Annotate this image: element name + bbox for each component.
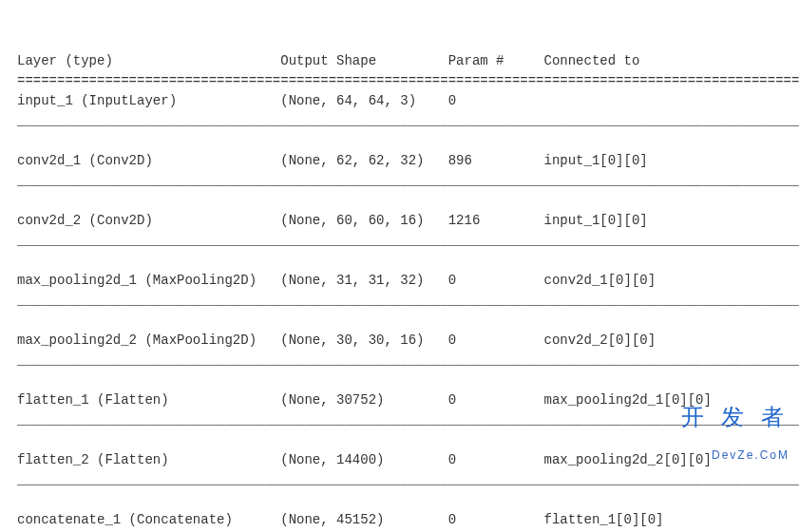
watermark-logo: 开 发 者 DevZe.CoM (636, 388, 789, 505)
watermark-sub: DevZe.CoM (636, 446, 789, 466)
watermark-zh: 开 发 者 (681, 405, 789, 429)
